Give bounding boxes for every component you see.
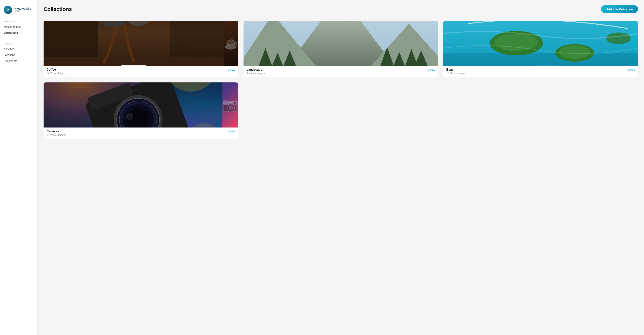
app-name: PhotoWorkflo — [14, 7, 31, 10]
collection-thumb-beach — [443, 21, 638, 66]
delete-landscape-button[interactable]: Delete — [428, 68, 435, 71]
collection-count-landscape: 6 Master Images — [246, 72, 435, 74]
logo-icon — [4, 6, 12, 14]
svg-point-37 — [606, 32, 631, 44]
sidebar-divider — [4, 38, 34, 38]
svg-point-1 — [7, 9, 8, 10]
svg-rect-13 — [170, 21, 224, 57]
sidebar-item-collections[interactable]: Collections — [0, 30, 37, 36]
collection-title-row-landscape: Landscape Delete — [246, 68, 435, 71]
svg-rect-32 — [443, 53, 638, 66]
svg-rect-12 — [44, 21, 98, 57]
collection-info-coffee: Coffee Delete 14 Master Images — [44, 66, 238, 77]
sidebar-item-documents[interactable]: Documents — [0, 58, 37, 64]
manage-section-label: MANAGE — [0, 40, 37, 46]
collection-name-coffee: Coffee — [46, 68, 56, 71]
collection-info-beach: Beach Delete 10 Master Images — [443, 66, 638, 77]
svg-point-36 — [559, 45, 590, 59]
delete-coffee-button[interactable]: Delete — [228, 68, 235, 71]
collection-card-coffee[interactable]: Coffee Delete 14 Master Images — [44, 21, 238, 77]
inventory-section-label: INVENTORY — [0, 18, 37, 24]
page-header: Collections Add New Collection — [44, 5, 638, 13]
collection-info-cameras: Cameras Delete 12 Master Images — [44, 128, 238, 139]
collection-thumb-coffee — [44, 21, 238, 66]
add-new-collection-button[interactable]: Add New Collection — [601, 5, 638, 13]
collection-card-landscape[interactable]: Landscape Delete 6 Master Images — [244, 21, 438, 77]
delete-cameras-button[interactable]: Delete — [228, 130, 235, 133]
sidebar-item-locations[interactable]: Locations — [0, 52, 37, 58]
delete-beach-button[interactable]: Delete — [628, 68, 635, 71]
collection-name-landscape: Landscape — [246, 68, 262, 71]
collection-title-row-cameras: Cameras Delete — [46, 130, 235, 133]
collection-count-beach: 10 Master Images — [446, 72, 635, 74]
collection-card-beach[interactable]: Beach Delete 10 Master Images — [443, 21, 638, 77]
sidebar-item-activities[interactable]: Activities — [0, 46, 37, 52]
collection-count-cameras: 12 Master Images — [46, 134, 235, 136]
collections-grid: Coffee Delete 14 Master Images — [44, 21, 638, 139]
sidebar-item-master-images[interactable]: Master Images — [0, 24, 37, 30]
collection-info-landscape: Landscape Delete 6 Master Images — [244, 66, 438, 77]
collection-thumb-landscape — [244, 21, 438, 66]
main-content: Collections Add New Collection — [38, 0, 644, 335]
app-beta: (BETA) — [14, 10, 31, 12]
sidebar: PhotoWorkflo (BETA) INVENTORY Master Ima… — [0, 0, 38, 335]
header-divider — [44, 16, 638, 16]
logo: PhotoWorkflo (BETA) — [0, 4, 37, 18]
collection-title-row-beach: Beach Delete — [446, 68, 635, 71]
svg-point-34 — [494, 34, 538, 51]
svg-rect-7 — [121, 65, 147, 66]
collection-card-cameras[interactable]: OPTICAL LENS Cameras Delete 12 Master Im… — [44, 82, 238, 139]
collection-title-row-coffee: Coffee Delete — [46, 68, 235, 71]
collection-count-coffee: 14 Master Images — [46, 72, 235, 74]
collection-name-beach: Beach — [446, 68, 455, 71]
collection-name-cameras: Cameras — [46, 130, 59, 133]
page-title: Collections — [44, 6, 72, 12]
collection-thumb-cameras: OPTICAL LENS — [44, 82, 238, 128]
